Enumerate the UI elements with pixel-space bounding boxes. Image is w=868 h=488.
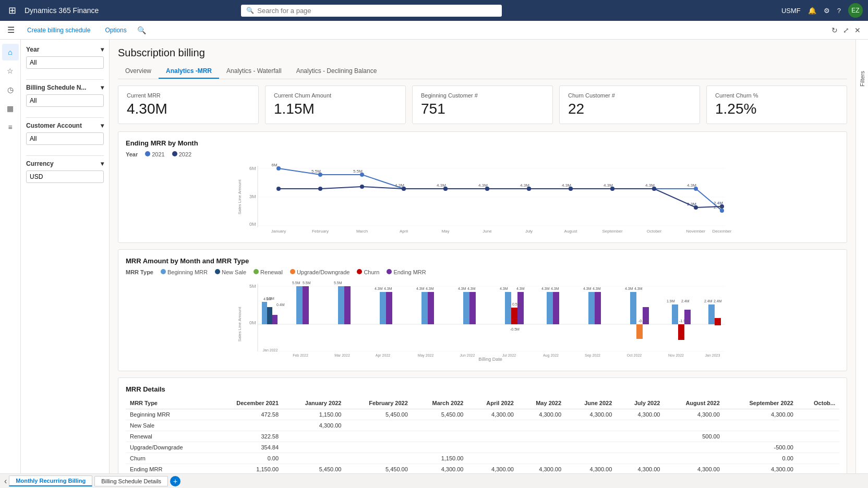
svg-text:4.3M: 4.3M — [687, 183, 696, 188]
data-cell: 1,150.00 — [412, 453, 468, 464]
svg-text:4.3M: 4.3M — [375, 287, 383, 290]
svg-text:4.3M: 4.3M — [263, 297, 272, 301]
svg-rect-128 — [715, 318, 721, 325]
mrr-type-cell: Renewal — [126, 431, 212, 442]
data-cell — [565, 442, 616, 453]
currency-filter-label[interactable]: Currency ▾ — [26, 160, 104, 167]
data-cell: 500.00 — [664, 431, 724, 442]
data-cell — [468, 431, 518, 442]
svg-text:5.5M: 5.5M — [292, 281, 300, 285]
kpi-churn-customer: Churn Customer # 22 — [559, 86, 700, 124]
svg-text:Sales Line Amount: Sales Line Amount — [237, 179, 242, 214]
legend-year-label: Year — [126, 151, 138, 157]
svg-text:July: July — [525, 229, 533, 234]
help-icon[interactable]: ? — [837, 7, 841, 15]
open-new-icon[interactable]: ⤢ — [843, 26, 849, 34]
kpi-row: Current MRR 4.30M Current Churn Amount 1… — [118, 86, 847, 124]
data-cell: 4,300.00 — [565, 409, 616, 420]
svg-text:2.4M: 2.4M — [714, 299, 722, 303]
waffle-icon[interactable]: ⊞ — [5, 5, 19, 16]
settings-gear-icon[interactable]: ⚙ — [824, 7, 830, 15]
mrr-details-table-container[interactable]: MRR Type December 2021 January 2022 Febr… — [126, 397, 839, 475]
prev-tab-icon[interactable]: ‹ — [4, 477, 7, 486]
recent-icon[interactable]: ◷ — [2, 81, 19, 98]
legend-2022: 2022 — [172, 151, 191, 157]
refresh-icon[interactable]: ↻ — [831, 26, 838, 34]
svg-text:Jul 2022: Jul 2022 — [502, 353, 516, 357]
customer-account-filter-group: Customer Account ▾ All — [26, 122, 104, 147]
user-avatar[interactable]: EZ — [848, 3, 863, 18]
create-billing-schedule-button[interactable]: Create billing schedule — [21, 25, 97, 36]
data-cell — [565, 431, 616, 442]
mrr-by-month-svg: 5M 0M Jan 2022 0.5M 0.4M 4.3M — [126, 278, 839, 362]
svg-rect-104 — [553, 292, 559, 324]
year-filter-group: Year ▾ All20212022 — [26, 46, 104, 71]
svg-rect-108 — [588, 292, 595, 324]
kpi-beginning-customer-value: 751 — [421, 101, 544, 117]
svg-text:5.5M: 5.5M — [353, 169, 363, 174]
svg-text:4.3M: 4.3M — [645, 183, 655, 188]
tab-billing-schedule-details[interactable]: Billing Schedule Details — [94, 476, 168, 486]
notification-bell-icon[interactable]: 🔔 — [808, 7, 816, 15]
workspaces-icon[interactable]: ▦ — [2, 100, 19, 117]
svg-text:December: December — [713, 229, 732, 234]
tab-analytics-mrr[interactable]: Analytics -MRR — [159, 64, 219, 79]
filters-sidebar: Year ▾ All20212022 Billing Schedule N...… — [21, 40, 110, 488]
home-icon[interactable]: ⌂ — [2, 44, 19, 60]
close-icon[interactable]: ✕ — [854, 26, 861, 34]
svg-rect-91 — [463, 292, 469, 324]
tab-analytics-waterfall[interactable]: Analytics - Waterfall — [219, 64, 289, 79]
right-panel-filters-label[interactable]: Filters — [859, 71, 865, 87]
svg-text:2.3M: 2.3M — [687, 202, 696, 206]
col-feb-2022: February 2022 — [345, 397, 412, 409]
nav-menu-icon[interactable]: ☰ — [7, 25, 15, 35]
customer-account-filter-select[interactable]: All — [26, 132, 104, 145]
svg-text:4.3M: 4.3M — [625, 287, 633, 290]
svg-text:4.3M: 4.3M — [551, 287, 559, 290]
data-cell — [518, 431, 565, 442]
data-cell — [283, 442, 345, 453]
svg-rect-73 — [303, 286, 309, 324]
data-cell: -500.00 — [724, 442, 798, 453]
data-cell — [798, 420, 839, 431]
col-dec-2021: December 2021 — [212, 397, 283, 409]
data-cell — [345, 442, 412, 453]
svg-rect-87 — [428, 292, 434, 324]
svg-text:2.4M: 2.4M — [714, 201, 723, 205]
year-filter-label[interactable]: Year ▾ — [26, 46, 104, 53]
tab-analytics-declining-balance[interactable]: Analytics - Declining Balance — [289, 64, 384, 79]
data-cell: 354.84 — [212, 442, 283, 453]
svg-rect-96 — [505, 292, 511, 324]
search-input[interactable] — [257, 7, 497, 15]
modules-icon[interactable]: ≡ — [2, 119, 19, 136]
currency-filter-select[interactable]: USDEURGBP — [26, 170, 104, 183]
options-button[interactable]: Options — [99, 25, 132, 36]
right-filters-panel: Filters — [855, 40, 868, 488]
tab-overview[interactable]: Overview — [118, 64, 159, 79]
svg-text:September: September — [602, 229, 622, 234]
data-cell: 5,450.00 — [345, 409, 412, 420]
data-cell — [565, 453, 616, 464]
add-tab-button[interactable]: + — [170, 476, 180, 486]
svg-text:2.4M: 2.4M — [704, 299, 713, 303]
data-cell — [412, 420, 468, 431]
svg-text:June: June — [483, 229, 492, 234]
tab-monthly-recurring-billing[interactable]: Monthly Recurring Billing — [9, 475, 92, 486]
data-cell — [724, 431, 798, 442]
currency-chevron-icon: ▾ — [101, 160, 104, 167]
svg-rect-81 — [380, 292, 386, 324]
svg-text:Aug 2022: Aug 2022 — [543, 353, 559, 358]
svg-text:4.3M: 4.3M — [395, 183, 404, 188]
billing-schedule-filter-select[interactable]: All — [26, 94, 104, 107]
billing-schedule-filter-label[interactable]: Billing Schedule N... ▾ — [26, 84, 104, 91]
favorites-icon[interactable]: ☆ — [2, 63, 19, 79]
svg-text:2.4M: 2.4M — [681, 299, 690, 303]
search-bar[interactable]: 🔍 — [241, 5, 502, 17]
svg-rect-77 — [338, 286, 344, 324]
svg-text:5.5M: 5.5M — [334, 281, 342, 285]
customer-account-filter-label[interactable]: Customer Account ▾ — [26, 122, 104, 129]
svg-text:0M: 0M — [249, 222, 256, 227]
year-filter-select[interactable]: All20212022 — [26, 56, 104, 69]
user-label[interactable]: USMF — [781, 7, 801, 15]
search-page-icon[interactable]: 🔍 — [137, 26, 146, 34]
